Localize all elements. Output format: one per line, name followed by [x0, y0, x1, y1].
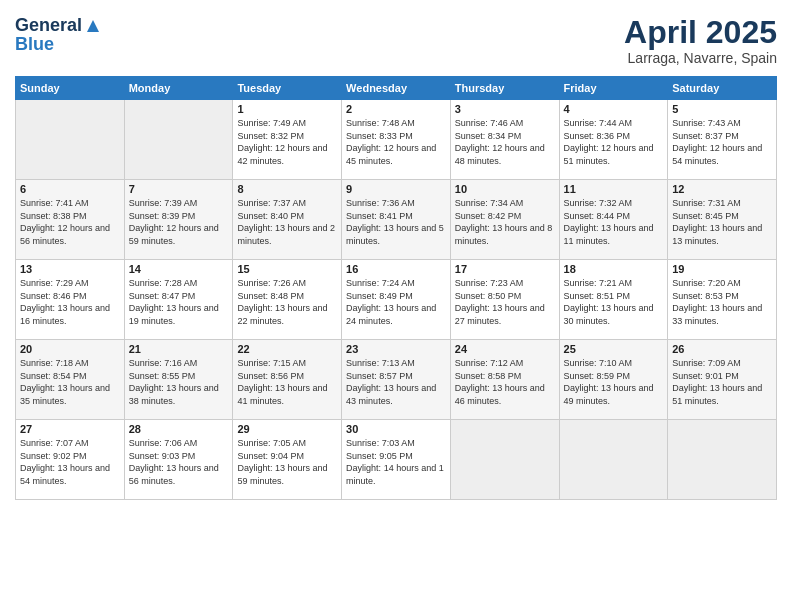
calendar-week-3: 20 Sunrise: 7:18 AMSunset: 8:54 PMDaylig… — [16, 340, 777, 420]
calendar-cell: 11 Sunrise: 7:32 AMSunset: 8:44 PMDaylig… — [559, 180, 668, 260]
day-number: 25 — [564, 343, 664, 355]
day-number: 18 — [564, 263, 664, 275]
day-detail: Sunrise: 7:49 AMSunset: 8:32 PMDaylight:… — [237, 117, 337, 167]
day-number: 5 — [672, 103, 772, 115]
calendar-cell: 19 Sunrise: 7:20 AMSunset: 8:53 PMDaylig… — [668, 260, 777, 340]
header: General Blue April 2025 Larraga, Navarre… — [15, 15, 777, 66]
day-detail: Sunrise: 7:37 AMSunset: 8:40 PMDaylight:… — [237, 197, 337, 247]
calendar-cell — [559, 420, 668, 500]
day-number: 30 — [346, 423, 446, 435]
day-detail: Sunrise: 7:07 AMSunset: 9:02 PMDaylight:… — [20, 437, 120, 487]
calendar-cell: 20 Sunrise: 7:18 AMSunset: 8:54 PMDaylig… — [16, 340, 125, 420]
calendar-cell: 13 Sunrise: 7:29 AMSunset: 8:46 PMDaylig… — [16, 260, 125, 340]
day-number: 16 — [346, 263, 446, 275]
calendar-cell: 5 Sunrise: 7:43 AMSunset: 8:37 PMDayligh… — [668, 100, 777, 180]
day-number: 21 — [129, 343, 229, 355]
day-number: 8 — [237, 183, 337, 195]
calendar-cell: 16 Sunrise: 7:24 AMSunset: 8:49 PMDaylig… — [342, 260, 451, 340]
calendar-cell: 7 Sunrise: 7:39 AMSunset: 8:39 PMDayligh… — [124, 180, 233, 260]
day-detail: Sunrise: 7:41 AMSunset: 8:38 PMDaylight:… — [20, 197, 120, 247]
day-detail: Sunrise: 7:09 AMSunset: 9:01 PMDaylight:… — [672, 357, 772, 407]
calendar-subtitle: Larraga, Navarre, Spain — [624, 50, 777, 66]
day-detail: Sunrise: 7:29 AMSunset: 8:46 PMDaylight:… — [20, 277, 120, 327]
day-number: 15 — [237, 263, 337, 275]
day-detail: Sunrise: 7:43 AMSunset: 8:37 PMDaylight:… — [672, 117, 772, 167]
col-thursday: Thursday — [450, 77, 559, 100]
day-number: 9 — [346, 183, 446, 195]
calendar-week-2: 13 Sunrise: 7:29 AMSunset: 8:46 PMDaylig… — [16, 260, 777, 340]
day-number: 2 — [346, 103, 446, 115]
day-number: 17 — [455, 263, 555, 275]
col-sunday: Sunday — [16, 77, 125, 100]
calendar-cell: 27 Sunrise: 7:07 AMSunset: 9:02 PMDaylig… — [16, 420, 125, 500]
day-number: 23 — [346, 343, 446, 355]
calendar-cell: 29 Sunrise: 7:05 AMSunset: 9:04 PMDaylig… — [233, 420, 342, 500]
day-number: 4 — [564, 103, 664, 115]
day-detail: Sunrise: 7:26 AMSunset: 8:48 PMDaylight:… — [237, 277, 337, 327]
col-saturday: Saturday — [668, 77, 777, 100]
page-container: General Blue April 2025 Larraga, Navarre… — [0, 0, 792, 612]
day-detail: Sunrise: 7:46 AMSunset: 8:34 PMDaylight:… — [455, 117, 555, 167]
calendar-cell — [16, 100, 125, 180]
day-number: 6 — [20, 183, 120, 195]
calendar-table: Sunday Monday Tuesday Wednesday Thursday… — [15, 76, 777, 500]
day-number: 19 — [672, 263, 772, 275]
day-detail: Sunrise: 7:20 AMSunset: 8:53 PMDaylight:… — [672, 277, 772, 327]
day-detail: Sunrise: 7:12 AMSunset: 8:58 PMDaylight:… — [455, 357, 555, 407]
calendar-cell: 26 Sunrise: 7:09 AMSunset: 9:01 PMDaylig… — [668, 340, 777, 420]
calendar-title: April 2025 — [624, 15, 777, 50]
day-detail: Sunrise: 7:39 AMSunset: 8:39 PMDaylight:… — [129, 197, 229, 247]
logo-blue: Blue — [15, 34, 54, 55]
logo-icon — [84, 17, 102, 35]
day-number: 24 — [455, 343, 555, 355]
day-number: 26 — [672, 343, 772, 355]
day-detail: Sunrise: 7:34 AMSunset: 8:42 PMDaylight:… — [455, 197, 555, 247]
col-friday: Friday — [559, 77, 668, 100]
calendar-cell: 14 Sunrise: 7:28 AMSunset: 8:47 PMDaylig… — [124, 260, 233, 340]
day-detail: Sunrise: 7:24 AMSunset: 8:49 PMDaylight:… — [346, 277, 446, 327]
day-number: 3 — [455, 103, 555, 115]
day-number: 11 — [564, 183, 664, 195]
title-block: April 2025 Larraga, Navarre, Spain — [624, 15, 777, 66]
calendar-cell: 28 Sunrise: 7:06 AMSunset: 9:03 PMDaylig… — [124, 420, 233, 500]
calendar-cell: 6 Sunrise: 7:41 AMSunset: 8:38 PMDayligh… — [16, 180, 125, 260]
day-detail: Sunrise: 7:28 AMSunset: 8:47 PMDaylight:… — [129, 277, 229, 327]
calendar-week-1: 6 Sunrise: 7:41 AMSunset: 8:38 PMDayligh… — [16, 180, 777, 260]
calendar-cell — [124, 100, 233, 180]
day-number: 10 — [455, 183, 555, 195]
svg-marker-0 — [87, 20, 99, 32]
calendar-cell: 22 Sunrise: 7:15 AMSunset: 8:56 PMDaylig… — [233, 340, 342, 420]
day-detail: Sunrise: 7:31 AMSunset: 8:45 PMDaylight:… — [672, 197, 772, 247]
day-number: 12 — [672, 183, 772, 195]
calendar-cell: 15 Sunrise: 7:26 AMSunset: 8:48 PMDaylig… — [233, 260, 342, 340]
calendar-cell: 1 Sunrise: 7:49 AMSunset: 8:32 PMDayligh… — [233, 100, 342, 180]
calendar-cell: 30 Sunrise: 7:03 AMSunset: 9:05 PMDaylig… — [342, 420, 451, 500]
day-number: 7 — [129, 183, 229, 195]
calendar-cell — [450, 420, 559, 500]
calendar-cell: 8 Sunrise: 7:37 AMSunset: 8:40 PMDayligh… — [233, 180, 342, 260]
calendar-cell: 18 Sunrise: 7:21 AMSunset: 8:51 PMDaylig… — [559, 260, 668, 340]
logo-general: General — [15, 15, 82, 36]
calendar-cell: 25 Sunrise: 7:10 AMSunset: 8:59 PMDaylig… — [559, 340, 668, 420]
day-number: 20 — [20, 343, 120, 355]
day-detail: Sunrise: 7:32 AMSunset: 8:44 PMDaylight:… — [564, 197, 664, 247]
day-detail: Sunrise: 7:23 AMSunset: 8:50 PMDaylight:… — [455, 277, 555, 327]
calendar-cell: 10 Sunrise: 7:34 AMSunset: 8:42 PMDaylig… — [450, 180, 559, 260]
header-row: Sunday Monday Tuesday Wednesday Thursday… — [16, 77, 777, 100]
day-detail: Sunrise: 7:48 AMSunset: 8:33 PMDaylight:… — [346, 117, 446, 167]
calendar-cell: 17 Sunrise: 7:23 AMSunset: 8:50 PMDaylig… — [450, 260, 559, 340]
day-number: 22 — [237, 343, 337, 355]
logo: General Blue — [15, 15, 102, 55]
day-detail: Sunrise: 7:21 AMSunset: 8:51 PMDaylight:… — [564, 277, 664, 327]
day-detail: Sunrise: 7:10 AMSunset: 8:59 PMDaylight:… — [564, 357, 664, 407]
day-number: 29 — [237, 423, 337, 435]
calendar-cell: 21 Sunrise: 7:16 AMSunset: 8:55 PMDaylig… — [124, 340, 233, 420]
day-detail: Sunrise: 7:03 AMSunset: 9:05 PMDaylight:… — [346, 437, 446, 487]
day-detail: Sunrise: 7:05 AMSunset: 9:04 PMDaylight:… — [237, 437, 337, 487]
calendar-cell: 4 Sunrise: 7:44 AMSunset: 8:36 PMDayligh… — [559, 100, 668, 180]
calendar-cell: 23 Sunrise: 7:13 AMSunset: 8:57 PMDaylig… — [342, 340, 451, 420]
day-number: 14 — [129, 263, 229, 275]
day-number: 27 — [20, 423, 120, 435]
day-number: 28 — [129, 423, 229, 435]
day-number: 1 — [237, 103, 337, 115]
